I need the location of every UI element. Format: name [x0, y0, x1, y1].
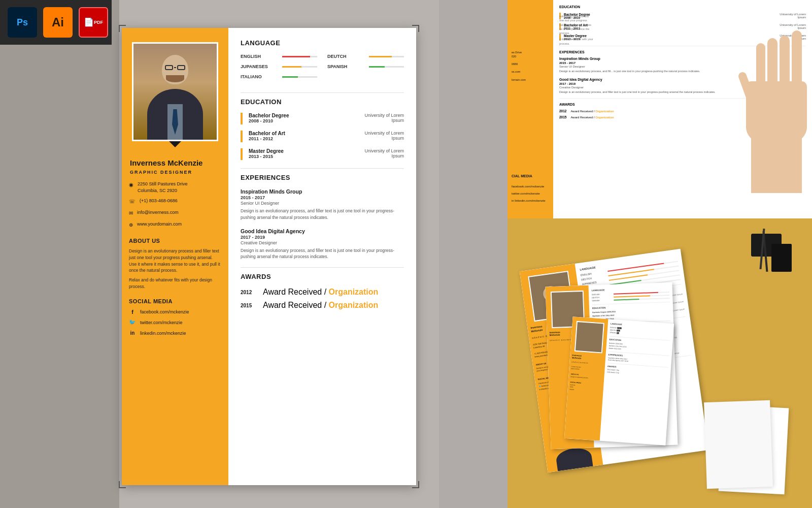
partial-social-label: CIAL MEDIA: [512, 174, 532, 178]
twitter-icon: 🐦: [129, 319, 136, 326]
globe-icon: ⊕: [129, 221, 133, 229]
awards-heading: AWARDS: [241, 273, 404, 280]
experiences-heading: EXPERIENCES: [241, 174, 404, 181]
award-item-1: 2012 Award Received / Organization: [241, 288, 404, 297]
lang-english: ENGLISH: [241, 54, 317, 59]
lang-bar-bg-italiano: [282, 76, 317, 78]
phone-item: ☏ (+1) 803-468-0686: [129, 198, 221, 205]
facebook-item: f facebook.com/mckenzie: [129, 308, 221, 315]
about-text2: Relax and do whatever fits with your des…: [129, 277, 221, 290]
language-section: LANGUAGE ENGLISH DEUTCH JUPANESES: [241, 39, 404, 82]
lang-bar-fill-italiano: [282, 76, 298, 78]
lang-bar-fill-spanish: [369, 66, 385, 68]
partial-sidebar-strip: CIAL MEDIA facebook.com/mckenzie twitter…: [507, 0, 553, 218]
partial-tw: twitter.com/mckenzie: [512, 192, 540, 195]
hand-holding-paper: [721, 30, 812, 208]
edu-right-1: University of Lorem Ipsum: [358, 113, 404, 123]
lang-bar-bg-japanese: [282, 66, 317, 68]
resume-sidebar: Inverness McKenzie GRAPHIC DESIGNER ◉ 22…: [122, 28, 228, 485]
social-section: SOCIAL MEDIA f facebook.com/mckenzie 🐦 t…: [122, 293, 228, 337]
lang-japanese: JUPANESES: [241, 64, 317, 69]
website-text: www.yourdomain.com: [137, 221, 182, 228]
lang-spanish: SPANISH: [327, 64, 404, 69]
contact-section: ◉ 2250 Still Pastures Drive Columbia, SC…: [122, 181, 228, 229]
email-item: ✉ info@inverness.com: [129, 209, 221, 217]
email-text: info@inverness.com: [137, 209, 179, 216]
language-heading: LANGUAGE: [241, 39, 404, 47]
education-heading: EDUCATION: [241, 98, 404, 106]
partial-fb: facebook.com/mckenzie: [512, 185, 544, 188]
white-paper-2: [704, 400, 773, 489]
pdf-icon[interactable]: 📄 PDF: [79, 7, 108, 38]
person-title: GRAPHIC DESIGNER: [130, 170, 220, 175]
person-name: Inverness McKenzie: [130, 158, 220, 168]
facebook-icon: f: [129, 308, 136, 315]
edu-marker-3: [241, 148, 243, 160]
about-text1: Design is an evolutionary process and fi…: [129, 248, 221, 274]
toolbar: Ps Ai 📄 PDF: [0, 0, 112, 45]
education-section: EDUCATION Bachelor Degree 2008 - 2010 Un…: [241, 98, 404, 160]
corner-mark-tr: [412, 25, 419, 32]
award-text-1: Award Received / Organization: [263, 288, 378, 297]
linkedin-item: in linkedin.com/mckenzie: [129, 330, 221, 337]
about-heading: ABOUT US: [129, 238, 221, 244]
divider-2: [241, 168, 404, 169]
language-grid: ENGLISH DEUTCH JUPANESES: [241, 54, 404, 82]
lang-italiano: ITALIANO: [241, 74, 317, 79]
social-heading: SOCIAL MEDIA: [129, 298, 221, 304]
experiences-section: EXPERIENCES Inspiration Minds Group 2015…: [241, 174, 404, 260]
award-item-2: 2015 Award Received / Organization: [241, 301, 404, 310]
exp-item-1: Inspiration Minds Group 2015 - 2017 Seni…: [241, 188, 404, 221]
facebook-handle: facebook.com/mckenzie: [140, 309, 189, 314]
edu-left-1: Bachelor Degree 2008 - 2010: [249, 113, 289, 124]
divider-1: [241, 92, 404, 93]
twitter-handle: twitter.com/mckenzie: [140, 320, 183, 325]
address-item: ◉ 2250 Still Pastures Drive Columbia, SC…: [129, 181, 221, 194]
edu-item-3: Master Degree 2013 - 2015 University of …: [241, 148, 404, 160]
lang-deutch: DEUTCH: [327, 54, 404, 59]
resume-content: LANGUAGE ENGLISH DEUTCH JUPANESES: [228, 28, 416, 485]
awards-section: AWARDS 2012 Award Received / Organizatio…: [241, 273, 404, 310]
lang-bar-fill-deutch: [369, 56, 392, 57]
partial-addr: es Drive0200686ss.comlomain.com: [512, 51, 526, 82]
right-bottom-panel: InvernessMcKenzie GRAPHIC BUSINESS 2250 …: [507, 218, 812, 508]
linkedin-handle: linkedin.com/mckenzie: [140, 331, 186, 336]
lang-bar-bg-deutch: [369, 56, 404, 57]
lang-bar-bg-english: [282, 56, 317, 57]
lang-bar-fill-english: [282, 56, 310, 57]
stacked-resume-front: InvernessMcKenzie GRAPHIC BUSINESS Conta…: [564, 316, 674, 445]
address-text: 2250 Still Pastures Drive Columbia, SC 2…: [138, 181, 188, 194]
phone-icon: ☏: [129, 198, 136, 205]
award-text-2: Award Received / Organization: [263, 301, 378, 310]
linkedin-icon: in: [129, 330, 136, 337]
edu-left-3: Master Degree 2013 - 2015: [249, 148, 284, 160]
website-item: ⊕ www.yourdomain.com: [129, 221, 221, 229]
edu-right-3: University of Lorem Ipsum: [358, 148, 404, 158]
lang-bar-bg-spanish: [369, 66, 404, 68]
profile-photo: [132, 42, 218, 141]
bg-left: [0, 0, 119, 508]
black-box-2: [771, 244, 792, 272]
edu-item-1: Bachelor Degree 2008 - 2010 University o…: [241, 113, 404, 124]
wrist: [751, 132, 802, 193]
corner-mark-br: [412, 481, 419, 488]
edu-item-2: Bachelor of Art 2011 - 2012 University o…: [241, 131, 404, 142]
twitter-item: 🐦 twitter.com/mckenzie: [129, 319, 221, 326]
phone-text: (+1) 803-468-0686: [140, 198, 178, 204]
email-icon: ✉: [129, 210, 133, 217]
edu-marker-1: [241, 113, 243, 124]
exp-item-2: Good Idea Digital Agency 2017 - 2019 Cre…: [241, 228, 404, 261]
edu-marker-2: [241, 131, 243, 142]
name-section: Inverness McKenzie GRAPHIC DESIGNER: [122, 147, 228, 181]
partial-overlay-text: volutionary process and one tool your pr…: [553, 10, 655, 50]
right-panel: CIAL MEDIA facebook.com/mckenzie twitter…: [507, 0, 812, 508]
about-section: ABOUT US Design is an evolutionary proce…: [122, 233, 228, 290]
resume-document: Inverness McKenzie GRAPHIC DESIGNER ◉ 22…: [122, 28, 416, 485]
right-top-panel: CIAL MEDIA facebook.com/mckenzie twitter…: [507, 0, 812, 218]
photoshop-icon[interactable]: Ps: [8, 7, 37, 38]
partial-li: in linkedin.com/mckenzie: [512, 199, 546, 202]
divider-3: [241, 267, 404, 268]
illustrator-icon[interactable]: Ai: [43, 7, 73, 38]
edu-left-2: Bachelor of Art 2011 - 2012: [249, 131, 285, 142]
lang-bar-fill-japanese: [282, 66, 301, 68]
